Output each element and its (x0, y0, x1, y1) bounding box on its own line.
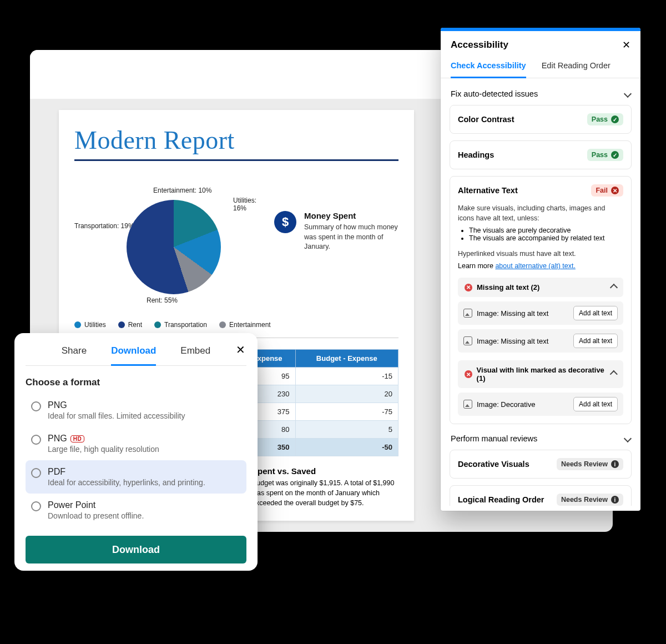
legend-label: Transportation (164, 321, 207, 329)
hd-badge: HD (70, 435, 84, 442)
option-title: PNG (48, 400, 67, 410)
check-color-contrast[interactable]: Color Contrast Pass✓ (450, 105, 632, 134)
check-title: Alternative Text (458, 186, 518, 195)
legend-swatch-transportation (154, 321, 161, 328)
option-title: PNG (48, 434, 67, 444)
tab-edit-reading-order[interactable]: Edit Reading Order (542, 56, 610, 78)
slice-label-entertainment: Entertainment: 10% (153, 187, 211, 194)
close-icon[interactable]: ✕ (622, 39, 630, 51)
status-badge-pass: Pass✓ (587, 113, 623, 125)
tab-embed[interactable]: Embed (180, 345, 210, 360)
legend-swatch-utilities (74, 321, 81, 328)
money-spent-heading: Money Spent (304, 211, 398, 220)
document-title: Modern Report (74, 125, 398, 155)
legend-swatch-rent (118, 321, 125, 328)
status-badge-review: Needs Reviewi (557, 458, 623, 470)
review-title: Logical Reading Order (458, 495, 544, 504)
download-modal: ✕ Share Download Embed Choose a format P… (14, 333, 258, 571)
close-icon[interactable]: ✕ (236, 343, 245, 356)
info-icon: i (611, 496, 619, 504)
radio-icon[interactable] (31, 435, 41, 445)
pie-chart: Entertainment: 10% Utilities: 16% Transp… (74, 173, 263, 318)
slice-label-transportation: Transportation: 19% (74, 222, 134, 230)
chevron-up-icon (610, 284, 618, 291)
pie-legend: Utilities Rent Transportation Entertainm… (74, 321, 398, 329)
option-title: PDF (48, 467, 65, 477)
radio-icon[interactable] (31, 468, 41, 478)
option-desc: Download to present offline. (48, 511, 144, 520)
issue-item[interactable]: Image: Missing alt text Add alt text (458, 329, 623, 353)
pie-graphic (127, 200, 221, 294)
issue-title: Visual with link marked as decorative (1… (477, 366, 612, 383)
issue-group-decorative-link[interactable]: ✕Visual with link marked as decorative (… (458, 360, 623, 388)
info-icon: i (611, 460, 619, 468)
format-option-pdf[interactable]: PDF Ideal for accessibility, hyperlinks,… (26, 460, 246, 494)
image-icon (463, 400, 472, 409)
issue-group-missing-alt[interactable]: ✕Missing alt text (2) (458, 278, 623, 297)
check-title: Headings (458, 150, 494, 159)
check-title: Color Contrast (458, 115, 514, 124)
section-manual-reviews[interactable]: Perform manual reviews (450, 431, 632, 450)
format-option-png-hd[interactable]: PNG HD Large file, high quality resoluti… (26, 427, 246, 460)
tab-share[interactable]: Share (62, 345, 87, 360)
section-label: Fix auto-detected issues (451, 89, 538, 98)
add-alt-text-button[interactable]: Add alt text (573, 397, 618, 411)
error-icon: ✕ (465, 284, 472, 291)
tab-check-accessibility[interactable]: Check Accessibility (451, 56, 526, 78)
radio-icon[interactable] (31, 401, 41, 411)
choose-format-heading: Choose a format (26, 377, 246, 388)
legend-label: Utilities (84, 321, 106, 329)
dollar-icon: $ (274, 211, 296, 233)
check-icon: ✓ (611, 151, 619, 159)
th-diff: Budget - Expense (295, 350, 398, 368)
option-desc: Large file, high quality resolution (48, 445, 159, 454)
radio-icon[interactable] (31, 501, 41, 511)
panel-title: Accessibility (451, 39, 508, 51)
chevron-down-icon (624, 435, 632, 442)
format-option-powerpoint[interactable]: Power Point Download to present offline. (26, 494, 246, 527)
legend-swatch-entertainment (219, 321, 226, 328)
money-spent-panel: $ Money Spent Summary of how much money … (274, 211, 398, 318)
error-icon: ✕ (611, 187, 619, 194)
option-desc: Ideal for small files. Limited accessibi… (48, 411, 185, 420)
learn-more-link[interactable]: about alternative (alt) text. (495, 262, 576, 270)
add-alt-text-button[interactable]: Add alt text (573, 334, 618, 348)
slice-label-utilities: Utilities: 16% (233, 197, 263, 212)
image-icon (463, 309, 472, 318)
legend-label: Rent (128, 321, 142, 329)
alt-text-bullet: The visuals are accompanied by related t… (469, 234, 623, 242)
issue-item[interactable]: Image: Decorative Add alt text (458, 393, 623, 416)
check-headings[interactable]: Headings Pass✓ (450, 140, 632, 169)
issue-item[interactable]: Image: Missing alt text Add alt text (458, 301, 623, 325)
alt-text-bullet: The visuals are purely decorative (469, 227, 623, 234)
issue-label: Image: Decorative (477, 400, 536, 409)
add-alt-text-button[interactable]: Add alt text (573, 306, 618, 320)
issue-label: Image: Missing alt text (477, 337, 548, 345)
accessibility-panel: Accessibility ✕ Check Accessibility Edit… (441, 28, 640, 511)
option-desc: Ideal for accessibility, hyperlinks, and… (48, 478, 205, 487)
summary-body: Budget was originally $1,915. A total of… (252, 478, 398, 508)
document-rule (74, 159, 398, 161)
check-icon: ✓ (611, 115, 619, 123)
review-decorative-visuals[interactable]: Decorative Visuals Needs Reviewi (450, 450, 632, 479)
issue-title: Missing alt text (2) (477, 283, 539, 291)
summary-heading: Spent vs. Saved (252, 466, 398, 476)
chevron-down-icon (624, 90, 632, 98)
section-fix-issues[interactable]: Fix auto-detected issues (450, 86, 632, 105)
format-option-png[interactable]: PNG Ideal for small files. Limited acces… (26, 394, 246, 427)
image-icon (463, 336, 472, 345)
section-label: Perform manual reviews (451, 434, 537, 443)
option-title: Power Point (48, 500, 95, 510)
money-spent-summary: Summary of how much money was spent in t… (304, 223, 398, 252)
error-icon: ✕ (465, 370, 472, 378)
download-button[interactable]: Download (26, 536, 246, 564)
tab-download[interactable]: Download (111, 345, 156, 366)
review-logical-reading-order[interactable]: Logical Reading Order Needs Reviewi (450, 485, 632, 506)
alt-text-note: Hyperlinked visuals must have alt text. (458, 249, 623, 259)
learn-more: Learn more about alternative (alt) text. (458, 262, 623, 270)
slice-label-rent: Rent: 55% (147, 296, 178, 304)
status-badge-pass: Pass✓ (587, 149, 623, 161)
legend-label: Entertainment (229, 321, 271, 329)
issue-label: Image: Missing alt text (477, 309, 548, 318)
check-alternative-text: Alternative Text Fail✕ Make sure visuals… (450, 176, 632, 424)
